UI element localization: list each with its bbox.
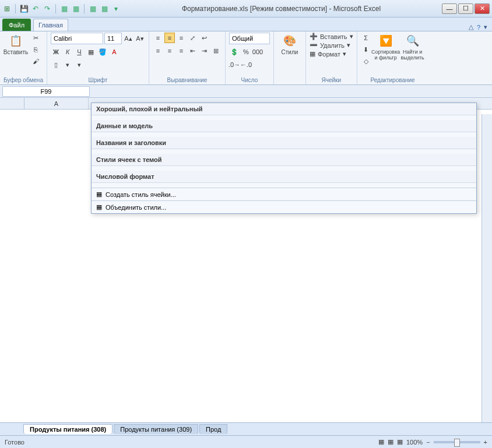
clear-icon[interactable]: ◇ <box>361 56 371 66</box>
font-size-box[interactable]: 11 <box>104 33 122 44</box>
zoom-in-icon[interactable]: + <box>484 439 487 446</box>
qat-btn-1[interactable]: ▦ <box>59 4 69 13</box>
italic-icon[interactable]: К <box>62 47 73 57</box>
minimize-ribbon-icon[interactable]: △ <box>469 23 473 31</box>
title-bar: ⊞ 💾 ↶ ↷ ▦ ▦ ▦ ▦ ▾ Форматирование.xls [Ре… <box>0 0 492 17</box>
bold-icon[interactable]: Ж <box>51 47 61 57</box>
fontcolor-dd-icon[interactable]: ▾ <box>74 59 85 70</box>
gallery-sec3-title: Названия и заголовки <box>92 137 476 149</box>
align-bot-icon[interactable]: ≡ <box>176 33 187 43</box>
group-number: Общий 💲 % 000 .0→ ←.0 Число <box>226 31 274 84</box>
delete-cells-button[interactable]: ➖Удалить ▾ <box>310 41 350 49</box>
font-color-icon[interactable]: A <box>109 47 120 57</box>
shrink-font-icon[interactable]: A▾ <box>135 33 145 44</box>
styles-label: Стили <box>282 49 298 55</box>
insert-cells-button[interactable]: ➕Вставить ▾ <box>310 33 353 40</box>
maximize-button[interactable]: ☐ <box>458 3 473 14</box>
vertical-scrollbar[interactable] <box>482 114 492 422</box>
find-select-button[interactable]: 🔍 Найти и выделить <box>400 33 425 62</box>
tab-главная[interactable]: Главная <box>33 19 68 31</box>
qat-btn-3[interactable]: ▦ <box>88 4 97 13</box>
name-box[interactable]: F99 <box>2 86 90 97</box>
align-top-icon[interactable]: ≡ <box>153 33 163 43</box>
font-name-box[interactable]: Calibri <box>51 33 103 44</box>
number-format-box[interactable]: Общий <box>229 33 270 44</box>
view-normal-icon[interactable]: ▦ <box>378 438 384 446</box>
redo-icon[interactable]: ↷ <box>43 4 52 13</box>
format-cells-button[interactable]: ▦Формат ▾ <box>310 50 346 58</box>
cells-group-label: Ячейки <box>310 76 353 83</box>
sheet-tab-1[interactable]: Продукты питания (309) <box>114 424 198 434</box>
autosum-icon[interactable]: Σ <box>361 33 371 43</box>
grow-font-icon[interactable]: A▴ <box>123 33 133 44</box>
underline-icon[interactable]: Ч <box>74 47 85 57</box>
gallery-sec4-title: Стили ячеек с темой <box>92 154 476 166</box>
group-styles: 🎨 Стили <box>274 31 306 84</box>
percent-icon[interactable]: % <box>241 47 251 57</box>
help-icon[interactable]: ? <box>477 24 480 31</box>
select-all-corner[interactable] <box>0 98 24 110</box>
status-ready: Готово <box>5 439 24 446</box>
merge-icon[interactable]: ⊞ <box>211 45 222 56</box>
excel-icon: ⊞ <box>2 4 12 13</box>
align-right-icon[interactable]: ≡ <box>176 45 187 56</box>
find-label: Найти и выделить <box>400 49 424 61</box>
comma-icon[interactable]: 000 <box>252 47 263 57</box>
col-header-a[interactable]: A <box>24 98 89 109</box>
gallery-sec5-title: Числовой формат <box>92 171 476 183</box>
group-editing: Σ ⬇ ◇ 🔽 Сортировка и фильтр 🔍 Найти и вы… <box>357 31 428 84</box>
window-controls-icon[interactable]: ▾ <box>484 23 487 31</box>
sheet-tab-2[interactable]: Прод <box>199 424 227 434</box>
qat-dropdown-icon[interactable]: ▾ <box>111 4 121 13</box>
currency-icon[interactable]: 💲 <box>229 47 240 57</box>
clipboard-icon: 📋 <box>9 34 23 48</box>
save-icon[interactable]: 💾 <box>19 4 29 13</box>
fill-icon[interactable]: ⬇ <box>361 44 371 55</box>
copy-icon[interactable]: ⎘ <box>30 44 41 55</box>
border-left-icon[interactable]: ▯ <box>51 59 61 70</box>
insert-cells-icon: ➕ <box>310 33 318 40</box>
dec-indent-icon[interactable]: ⇤ <box>188 45 198 56</box>
dec-decimal-icon[interactable]: ←.0 <box>241 59 251 70</box>
fill-dd-icon[interactable]: ▾ <box>62 59 73 70</box>
wrap-text-icon[interactable]: ↩ <box>199 33 210 43</box>
format-painter-icon[interactable]: 🖌 <box>30 56 41 66</box>
zoom-slider[interactable] <box>434 441 480 443</box>
close-button[interactable]: ✕ <box>475 3 490 14</box>
editing-group-label: Редактирование <box>361 76 425 83</box>
font-group-label: Шрифт <box>51 76 145 83</box>
fill-color-icon[interactable]: 🪣 <box>97 47 108 57</box>
sort-filter-button[interactable]: 🔽 Сортировка и фильтр <box>374 33 398 62</box>
view-break-icon[interactable]: ▦ <box>397 438 403 446</box>
new-cell-style-button[interactable]: ▦Создать стиль ячейки... <box>92 188 476 200</box>
orientation-icon[interactable]: ⤢ <box>188 33 198 43</box>
styles-icon: 🎨 <box>283 34 297 48</box>
group-alignment: ≡ ≡ ≡ ⤢ ↩ ≡ ≡ ≡ ⇤ ⇥ ⊞ Выравнивание <box>149 31 226 84</box>
undo-icon[interactable]: ↶ <box>31 4 40 13</box>
status-bar: Готово ▦ ▦ ▦ 100% − + <box>0 435 492 448</box>
group-clipboard: 📋 Вставить ✂ ⎘ 🖌 Буфер обмена <box>0 31 47 84</box>
qat-btn-2[interactable]: ▦ <box>71 4 80 13</box>
minimize-button[interactable]: — <box>442 3 457 14</box>
tab-file[interactable]: Файл <box>2 19 31 31</box>
sheet-tab-active[interactable]: Продукты питания (308) <box>23 424 113 434</box>
paste-button[interactable]: 📋 Вставить <box>3 33 28 57</box>
zoom-out-icon[interactable]: − <box>426 439 430 446</box>
merge-styles-button[interactable]: ▦Объединить стили... <box>92 200 476 213</box>
align-group-label: Выравнивание <box>153 76 222 83</box>
align-left-icon[interactable]: ≡ <box>153 45 163 56</box>
merge-style-icon: ▦ <box>96 203 102 211</box>
quick-access-toolbar: ⊞ 💾 ↶ ↷ ▦ ▦ ▦ ▦ ▾ <box>2 4 121 13</box>
number-group-label: Число <box>229 76 270 83</box>
view-layout-icon[interactable]: ▦ <box>388 438 393 446</box>
align-mid-icon[interactable]: ≡ <box>164 33 175 43</box>
inc-decimal-icon[interactable]: .0→ <box>229 59 240 70</box>
zoom-level[interactable]: 100% <box>406 439 423 446</box>
border-icon[interactable]: ▦ <box>86 47 96 57</box>
inc-indent-icon[interactable]: ⇥ <box>199 45 210 56</box>
styles-button[interactable]: 🎨 Стили <box>277 33 302 57</box>
align-center-icon[interactable]: ≡ <box>164 45 175 56</box>
sort-icon: 🔽 <box>379 34 393 48</box>
qat-btn-4[interactable]: ▦ <box>100 4 109 13</box>
cut-icon[interactable]: ✂ <box>30 33 41 43</box>
